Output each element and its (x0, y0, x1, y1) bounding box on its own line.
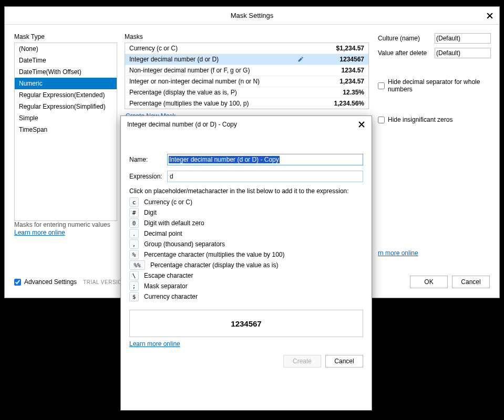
masks-row[interactable]: Percentage (display the value as is, P)1… (125, 87, 368, 98)
culture-select[interactable]: (Default) (435, 33, 491, 44)
mask-type-description: Masks for entering numeric values Learn … (14, 221, 117, 237)
placeholder-description: Decimal point (144, 230, 182, 237)
placeholder-key[interactable]: # (129, 208, 139, 217)
placeholder-key[interactable]: , (129, 239, 139, 249)
edit-icon[interactable] (297, 56, 304, 63)
masks-row[interactable]: Currency (c or C)$1,234.57 (125, 43, 368, 54)
mask-sample: 1234567 (306, 56, 364, 63)
mask-name: Integer decimal number (d or D) (129, 56, 297, 63)
placeholder-row: $Currency character (129, 292, 363, 301)
masks-row[interactable]: Integer decimal number (d or D)1234567 (125, 54, 368, 65)
value-after-delete-row: Value after delete (Default) (378, 48, 491, 58)
name-field-value: Integer decimal number (d or D) - Copy (169, 156, 280, 163)
window-title: Mask Settings (231, 12, 274, 19)
ok-button[interactable]: OK (410, 276, 448, 288)
placeholder-description: Mask separator (144, 282, 188, 290)
placeholder-key[interactable]: . (129, 229, 139, 238)
learn-more-link[interactable]: Learn more online (14, 229, 65, 236)
sub-body: Name: Integer decimal number (d or D) - … (121, 133, 372, 373)
hide-decimal-separator-checkbox[interactable] (378, 82, 385, 89)
advanced-settings-label: Advanced Settings (24, 278, 77, 286)
mask-type-item[interactable]: Regular Expression(Simplified) (15, 101, 117, 112)
mask-type-item[interactable]: DateTime(With Offset) (15, 66, 117, 78)
placeholder-key[interactable]: %% (129, 260, 145, 270)
cancel-button[interactable]: Cancel (452, 276, 490, 288)
mask-name: Percentage (display the value as is, P) (129, 89, 306, 96)
placeholder-row: #Digit (129, 208, 363, 217)
cancel-button[interactable]: Cancel (325, 355, 363, 368)
mask-type-item[interactable]: DateTime (15, 55, 117, 66)
settings-column: Culture (name) (Default) Value after del… (378, 33, 491, 123)
placeholder-row: cCurrency (c or C) (129, 197, 363, 207)
mask-name: Percentage (multiplies the value by 100,… (129, 100, 306, 107)
mask-sample: 12.35% (306, 89, 364, 96)
placeholder-description: Escape character (144, 272, 193, 279)
placeholder-description: Currency (c or C) (144, 198, 192, 206)
masks-table: Currency (c or C)$1,234.57Integer decima… (125, 43, 369, 109)
hide-decimal-separator-row: Hide decimal separator for whole numbers (378, 78, 491, 93)
titlebar: Mask Settings (5, 7, 499, 25)
mask-type-item[interactable]: TimeSpan (15, 124, 117, 135)
mask-type-item[interactable]: Regular Expression(Extended) (15, 89, 117, 101)
expression-row: Expression: (129, 171, 363, 182)
placeholder-key[interactable]: c (129, 197, 139, 207)
value-after-delete-select[interactable]: (Default) (435, 48, 491, 58)
name-label: Name: (129, 156, 167, 163)
mask-type-desc-text: Masks for entering numeric values (14, 221, 110, 228)
placeholder-row: ,Group (thousand) separators (129, 239, 363, 249)
mask-type-list[interactable]: (None)DateTimeDateTime(With Offset)Numer… (14, 43, 117, 221)
preview-value: 1234567 (231, 319, 261, 328)
placeholder-helper-text: Click on placeholder/metacharacter in th… (129, 187, 363, 195)
name-field-wrapper[interactable]: Integer decimal number (d or D) - Copy (167, 154, 363, 165)
placeholder-key[interactable]: 0 (129, 218, 139, 228)
mask-type-item[interactable]: (None) (15, 43, 117, 55)
placeholder-description: Digit (144, 209, 157, 216)
placeholder-key[interactable]: $ (129, 292, 139, 301)
placeholder-description: Percentage character (multiplies the val… (144, 251, 284, 258)
advanced-settings-checkbox[interactable] (14, 279, 21, 286)
placeholder-description: Currency character (144, 293, 198, 300)
placeholder-key[interactable]: % (129, 250, 139, 259)
mask-sample: 1,234.56% (306, 100, 364, 107)
mask-name: Non-integer decimal number (f or F, g or… (129, 67, 306, 74)
learn-more-link-secondary[interactable]: rn more online (378, 249, 418, 257)
sub-titlebar: Integer decimal number (d or D) - Copy (121, 116, 372, 133)
placeholder-description: Group (thousand) separators (144, 240, 225, 248)
masks-row[interactable]: Percentage (multiplies the value by 100,… (125, 98, 368, 109)
create-button[interactable]: Create (283, 355, 321, 368)
mask-sample: 1234.57 (306, 67, 364, 74)
preview-box: 1234567 (129, 310, 363, 337)
placeholder-row: \Escape character (129, 271, 363, 280)
placeholder-list: cCurrency (c or C)#Digit0Digit with defa… (129, 197, 363, 301)
placeholder-row: 0Digit with default zero (129, 218, 363, 228)
mask-sample: 1,234.57 (306, 78, 364, 85)
masks-label: Masks (125, 33, 369, 40)
hide-insignificant-zeros-checkbox[interactable] (378, 117, 385, 123)
placeholder-description: Digit with default zero (144, 219, 204, 227)
trial-version-label: TRIAL VERSION (83, 279, 126, 285)
mask-type-item[interactable]: Simple (15, 112, 117, 124)
name-row: Name: Integer decimal number (d or D) - … (129, 154, 363, 165)
expression-label: Expression: (129, 173, 167, 180)
close-icon[interactable] (358, 121, 365, 128)
hide-insignificant-zeros-row: Hide insignificant zeros (378, 116, 491, 123)
masks-row[interactable]: Integer or non-integer decimal number (n… (125, 76, 368, 87)
advanced-settings-row: Advanced Settings (14, 278, 77, 286)
mask-type-item[interactable]: Numeric (15, 78, 117, 89)
mask-type-column: Mask Type (None)DateTimeDateTime(With Of… (14, 33, 117, 238)
mask-name: Currency (c or C) (129, 45, 306, 52)
value-after-delete-label: Value after delete (378, 49, 435, 57)
mask-sample: $1,234.57 (306, 45, 364, 52)
mask-type-label: Mask Type (14, 33, 117, 40)
placeholder-key[interactable]: \ (129, 271, 139, 280)
culture-row: Culture (name) (Default) (378, 33, 491, 44)
placeholder-description: Percentage character (display the value … (150, 261, 278, 269)
learn-more-link[interactable]: Learn more online (129, 340, 363, 348)
hide-insignificant-zeros-label: Hide insignificant zeros (388, 116, 452, 123)
placeholder-row: %%Percentage character (display the valu… (129, 260, 363, 270)
expression-field[interactable] (167, 171, 363, 182)
masks-row[interactable]: Non-integer decimal number (f or F, g or… (125, 65, 368, 76)
placeholder-key[interactable]: ; (129, 281, 139, 291)
sub-button-row: Create Cancel (129, 355, 363, 368)
close-icon[interactable] (486, 12, 494, 20)
